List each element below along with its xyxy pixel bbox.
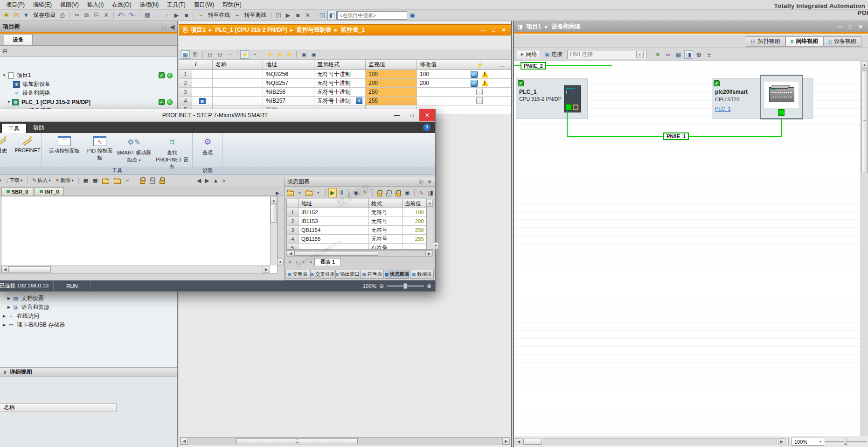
save-project-button[interactable]: 保存项目 — [31, 11, 57, 19]
status-chart-title-bar[interactable]: 状态图表 ⎘ ✕ — [285, 177, 435, 187]
network-mode-button[interactable]: ➤ 网络 — [517, 50, 540, 59]
enable-peripheral-outputs-icon[interactable]: ⚡ — [285, 50, 293, 59]
modify-value-cell[interactable] — [417, 97, 462, 105]
search-input[interactable] — [337, 11, 407, 20]
network-vscrollbar[interactable]: ▲ ☰ — [861, 61, 868, 436]
tree-item-devices-networks[interactable]: ⌗ 设备和网络 — [0, 89, 177, 98]
goto-next-icon[interactable]: ▶ — [205, 177, 209, 184]
details-view-header[interactable]: ∨ 详细视图 — [0, 367, 177, 377]
open-chart-dropdown-icon[interactable]: ▾ — [314, 188, 322, 197]
dp-port-icon[interactable] — [573, 105, 578, 110]
tree-item-languages[interactable]: ▶ ◍ 语言和资源 — [0, 303, 177, 312]
pn-port-icon[interactable] — [778, 109, 785, 116]
close-editor-icon[interactable]: ✕ — [857, 23, 864, 30]
selected-device-frame[interactable] — [760, 75, 803, 119]
find-profinet-devices-button[interactable]: ⌗ 查找 PROFINET 设备 — [153, 136, 191, 170]
new-chart-icon[interactable] — [286, 188, 295, 197]
open-chart-icon[interactable] — [305, 188, 313, 197]
cross-reference-icon[interactable]: ✕ — [303, 11, 312, 20]
tab-topology-view[interactable]: ⊟ 拓扑视图 — [746, 36, 785, 47]
delete-icon[interactable]: ✕ — [102, 11, 111, 20]
device-name[interactable]: PLC_1 — [519, 89, 536, 95]
go-online-icon[interactable]: ⌁ — [196, 11, 206, 20]
breadcrumb-plc[interactable]: PLC_1 [CPU 315-2 PN/DP] — [215, 27, 287, 33]
smart-drive-config-button[interactable]: ⚙✎ SMART 驱动器组态 ▾ — [115, 136, 153, 163]
network-table-icon[interactable]: ▦ — [82, 176, 90, 185]
redo-icon[interactable]: ↷± — [127, 11, 137, 20]
scroll-up-icon[interactable]: ▲ — [861, 62, 868, 69]
find-in-project-icon[interactable]: ◉ — [408, 11, 417, 20]
pause-monitor-icon[interactable]: ‖ — [338, 188, 346, 197]
minimize-editor-icon[interactable]: — — [479, 27, 487, 33]
download-button[interactable]: ↓下载▾ — [4, 176, 25, 185]
chart-row-1[interactable]: 1 IB1152 无符号 100 — [287, 208, 426, 217]
menu-help[interactable]: 帮助(H) — [218, 0, 246, 10]
menu-project[interactable]: 项目(P) — [2, 0, 29, 10]
format-cell[interactable]: 无符号十进制▾ — [314, 97, 366, 105]
paste-icon[interactable]: ⎘ — [92, 11, 101, 20]
save-project-icon[interactable]: ▼ — [21, 11, 31, 20]
scroll-up-icon[interactable]: ▲ — [427, 200, 433, 207]
col-i[interactable]: i — [192, 60, 213, 70]
menu-insert[interactable]: 插入(I) — [83, 0, 108, 10]
watch-row-2[interactable]: 2 %QB257 无符号十进制 200 200 ✓! — [179, 79, 511, 88]
tab-scroll-icon[interactable]: ▶ — [276, 190, 279, 196]
device-plc200smart-card[interactable]: ✓ plc200smart CPU ST20 PLC_1 — [712, 78, 813, 119]
scroll-left-icon[interactable]: ◀ — [515, 438, 522, 445]
col-address[interactable]: 地址 — [263, 60, 314, 70]
accessible-devices-icon[interactable]: ◫ — [274, 11, 283, 20]
zoom-in-icon[interactable]: ⊕ — [694, 50, 703, 59]
modify-enabled-checkbox[interactable]: ✓ — [471, 71, 478, 78]
go-offline-button[interactable]: 转至离线 — [243, 11, 269, 19]
menu-options[interactable]: 选项(N) — [136, 0, 163, 10]
smart-help-icon[interactable]: ? — [423, 124, 431, 131]
cpu-st20-graphic[interactable] — [769, 87, 794, 102]
collapse-panel-icon[interactable]: ◀ — [170, 23, 174, 30]
next-sheet-icon[interactable]: › — [300, 258, 307, 265]
modify-enabled-checkbox[interactable]: ✓ — [471, 80, 478, 87]
goto-end-icon[interactable]: » — [222, 177, 225, 184]
grid-icon[interactable]: ▦ — [674, 50, 683, 59]
modify-disabled-checkbox[interactable] — [476, 98, 483, 104]
menu-view[interactable]: 视图(V) — [56, 0, 83, 10]
bookmark-icon[interactable]: ▦ — [91, 176, 99, 185]
upload-button[interactable]: ↑上传▾ — [0, 176, 3, 185]
chart-vscrollbar[interactable]: ▲ ▼ — [426, 199, 433, 250]
delete-button[interactable]: ✕删除▾ — [53, 176, 75, 185]
go-online-button[interactable]: 转至在线 — [206, 11, 232, 19]
watch-row-4[interactable]: 4 ▦ %IB257 无符号十进制▾ 255 — [179, 97, 511, 105]
scroll-right-icon[interactable]: ▶ — [263, 266, 270, 273]
lock1-icon[interactable] — [138, 176, 147, 185]
add-row-icon[interactable]: ⊟ — [215, 50, 224, 59]
scroll-right-icon[interactable]: ▶ — [502, 438, 510, 445]
program-editor-area[interactable]: ▲ ▼ ◀ ▶ — [1, 196, 278, 273]
start-cpu-icon[interactable]: ▶ — [172, 11, 181, 20]
zoom-slider[interactable] — [825, 438, 867, 446]
tree-item-add-device[interactable]: ✱ 添加新设备 — [0, 80, 177, 89]
breadcrumb-devices-networks[interactable]: 设备和网络 — [552, 23, 581, 31]
lock3-icon[interactable] — [158, 176, 167, 185]
show-modify-icon[interactable]: ◉ — [309, 50, 318, 59]
format-dropdown-icon[interactable]: ▾ — [356, 98, 362, 104]
read-values-icon[interactable]: ◉ — [352, 188, 360, 197]
motion-control-panel-button[interactable]: ⌒ 运动控制面板 — [44, 136, 84, 154]
pid-control-panel-button[interactable]: ∿ PID 控制面板 — [85, 136, 114, 161]
sheet-tab-chart1[interactable]: 图表 1 — [314, 258, 341, 265]
export-table-icon[interactable]: ⎘ — [191, 50, 200, 59]
tab-symbol-table[interactable]: ▦符号表 — [360, 270, 384, 279]
new-chart-dropdown-icon[interactable]: ▾ — [296, 188, 304, 197]
breadcrumb-watch-tables[interactable]: 监控与强制表 — [297, 26, 332, 34]
insert-button[interactable]: ✎插入▾ — [30, 176, 52, 185]
show-address-labels-icon[interactable]: N — [653, 50, 662, 59]
scroll-down-icon[interactable]: ▼ — [433, 242, 439, 249]
breadcrumb-project[interactable]: 项目1 — [526, 23, 541, 31]
scrollbar-thumb[interactable]: ☰ — [236, 438, 358, 444]
col-comment[interactable]: ... — [497, 60, 511, 70]
unforce-icon[interactable] — [384, 188, 393, 197]
zoom-in-icon[interactable]: ⊕ — [427, 283, 431, 289]
col-modify-enable-icon[interactable]: ⚡ — [462, 60, 497, 70]
watch-row-1[interactable]: 1 %QB256 无符号十进制 100 100 ✓! — [179, 70, 511, 79]
tab-variable-table[interactable]: ▦变量表 — [285, 270, 309, 279]
chart-row-4[interactable]: 4 QB1155 无符号 255 — [287, 235, 426, 244]
watch-row-3[interactable]: 3 %IB256 无符号十进制 250 — [179, 88, 511, 97]
